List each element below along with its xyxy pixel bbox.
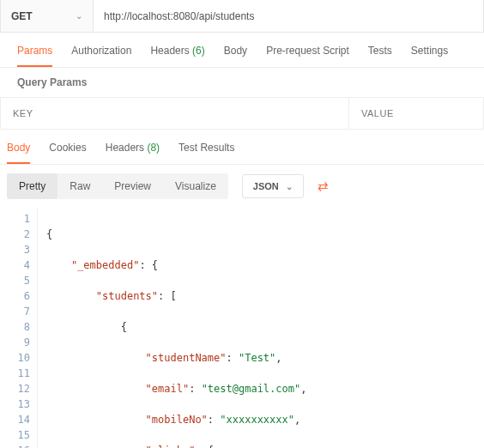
response-tabs: Body Cookies Headers (8) Test Results — [0, 130, 484, 165]
tab-body[interactable]: Body — [224, 45, 247, 67]
response-body[interactable]: 12345678910111213141516 { "_embedded": {… — [0, 208, 484, 448]
format-value: JSON — [253, 181, 279, 191]
chevron-down-icon: ⌄ — [286, 182, 293, 191]
query-params-table: KEY VALUE — [0, 97, 484, 130]
res-tab-headers[interactable]: Headers (8) — [106, 142, 160, 164]
tab-prerequest[interactable]: Pre-request Script — [266, 45, 349, 67]
url-input[interactable] — [94, 0, 483, 32]
response-toolbar: Pretty Raw Preview Visualize JSON ⌄ ⇄ — [0, 165, 484, 208]
view-preview-button[interactable]: Preview — [102, 173, 163, 199]
tab-headers[interactable]: Headers (6) — [150, 45, 204, 67]
query-params-title: Query Params — [0, 68, 484, 97]
res-tab-headers-label: Headers — [106, 142, 144, 154]
headers-count-badge: (6) — [192, 45, 205, 57]
line-number-gutter: 12345678910111213141516 — [0, 208, 38, 448]
res-tab-body[interactable]: Body — [7, 142, 30, 164]
code-content[interactable]: { "_embedded": { "students": [ { "studen… — [38, 208, 481, 448]
view-visualize-button[interactable]: Visualize — [163, 173, 228, 199]
http-method-select[interactable]: GET ⌄ — [1, 0, 94, 32]
request-tabs: Params Authorization Headers (6) Body Pr… — [0, 33, 484, 68]
tab-params[interactable]: Params — [17, 45, 52, 67]
res-headers-count-badge: (8) — [147, 142, 160, 154]
view-raw-button[interactable]: Raw — [57, 173, 102, 199]
chevron-down-icon: ⌄ — [76, 11, 82, 21]
value-column-header[interactable]: VALUE — [349, 98, 483, 129]
tab-headers-label: Headers — [150, 45, 189, 57]
view-mode-group: Pretty Raw Preview Visualize — [7, 173, 228, 199]
http-method-value: GET — [11, 10, 33, 22]
format-select[interactable]: JSON ⌄ — [242, 174, 304, 198]
tab-authorization[interactable]: Authorization — [71, 45, 131, 67]
view-pretty-button[interactable]: Pretty — [7, 173, 57, 199]
tab-tests[interactable]: Tests — [368, 45, 392, 67]
key-column-header[interactable]: KEY — [1, 98, 349, 129]
wrap-lines-icon[interactable]: ⇄ — [318, 179, 327, 194]
res-tab-test-results[interactable]: Test Results — [178, 142, 234, 164]
tab-settings[interactable]: Settings — [411, 45, 448, 67]
res-tab-cookies[interactable]: Cookies — [49, 142, 86, 164]
